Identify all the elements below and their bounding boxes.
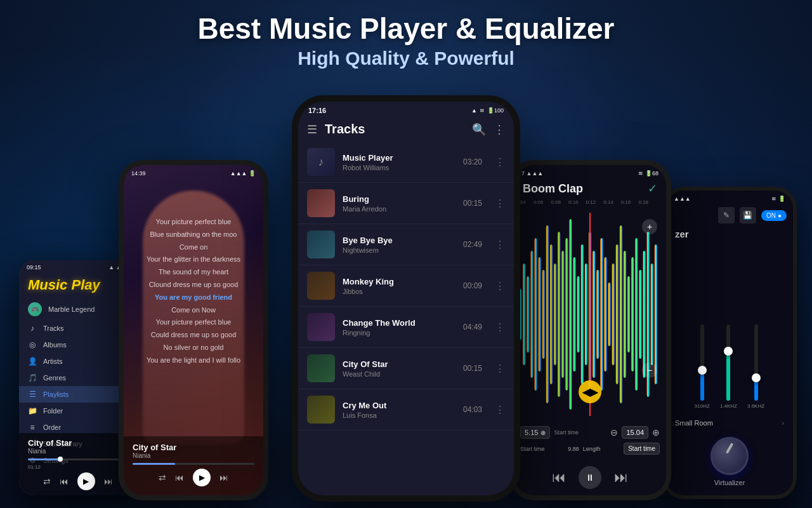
track-more-2[interactable]: ⋮ xyxy=(495,197,505,210)
sidebar-item-marble[interactable]: 🎮 Marble Legend xyxy=(19,298,136,320)
waveform-pause[interactable]: ⏸ xyxy=(579,466,601,489)
lyrics-progress-fill xyxy=(133,463,175,465)
track-info-3: Bye Bye Bye Nightwisem xyxy=(343,236,455,254)
sidebar-genres-label: Genres xyxy=(43,374,66,382)
play-button[interactable]: ▶ xyxy=(77,472,95,490)
track-item-5[interactable]: Change The World Ringning 04:49 ⋮ xyxy=(298,307,514,348)
tracks-status-bar: 17:16 ▲ ≋ 🔋100 xyxy=(298,102,514,117)
eq-virtualizer-label: Virtualizer xyxy=(714,479,745,486)
sidebar-item-artists[interactable]: 👤 Artists xyxy=(19,353,136,370)
tl-2: 0:08 xyxy=(551,199,561,205)
track-item-3[interactable]: Bye Bye Bye Nightwisem 02:49 ⋮ xyxy=(298,224,514,265)
minus-icon[interactable]: ⊖ xyxy=(610,427,618,438)
svg-rect-6 xyxy=(542,270,545,359)
track-more-7[interactable]: ⋮ xyxy=(495,404,505,416)
track-item-1[interactable]: ♪ Music Player Robot Williams 03:20 ⋮ xyxy=(298,142,514,183)
hamburger-icon[interactable]: ☰ xyxy=(307,123,317,137)
sidebar-item-playlists[interactable]: ☰ Playlists xyxy=(19,386,136,403)
lyrics-shuffle[interactable]: ⇄ xyxy=(159,472,166,483)
track-more-3[interactable]: ⋮ xyxy=(495,239,505,251)
track-item-6[interactable]: City Of Star Weast Child 00:15 ⋮ xyxy=(298,348,514,389)
track-thumb-7 xyxy=(307,396,335,424)
tl-3: 0:10 xyxy=(568,199,579,205)
sidebar-item-tracks[interactable]: ♪ Tracks xyxy=(19,320,136,337)
track-more-6[interactable]: ⋮ xyxy=(495,363,505,375)
search-icon[interactable]: 🔍 xyxy=(472,123,486,137)
phone-tracks-screen: 17:16 ▲ ≋ 🔋100 ☰ Tracks 🔍 ⋮ ♪ Music Play… xyxy=(298,102,514,495)
svg-rect-21 xyxy=(600,238,603,391)
waveform-area[interactable]: + − ◀▶ xyxy=(514,206,666,422)
plus-icon-2[interactable]: ⊕ xyxy=(652,427,660,438)
eq-handle-3[interactable] xyxy=(752,373,761,382)
track-item-7[interactable]: Cry Me Out Luis Fonsa 04:03 ⋮ xyxy=(298,389,514,431)
track-thumb-2 xyxy=(307,189,335,217)
now-playing-artist: Niania xyxy=(28,448,128,455)
waveform-cursor[interactable]: ◀▶ xyxy=(579,380,601,403)
progress-bar[interactable] xyxy=(28,458,128,460)
track-thumb-3 xyxy=(307,231,335,258)
svg-rect-1 xyxy=(523,264,525,365)
boom-clap-header: Boom Clap ✓ xyxy=(514,179,666,198)
eq-hz-1: 910HZ xyxy=(695,403,710,409)
track-thumb-6 xyxy=(307,354,335,382)
next-button[interactable]: ⏭ xyxy=(104,476,113,486)
progress-thumb[interactable] xyxy=(58,457,63,462)
svg-rect-14 xyxy=(573,257,576,371)
waveform-status: 7 ▲▲▲ ≋ 🔋68 xyxy=(514,165,666,179)
sidebar-item-folder[interactable]: 📁 Folder xyxy=(19,403,136,419)
waveform-timeline: 04 0:06 0:08 0:10 0:12 0:14 0:16 0:18 xyxy=(514,198,666,206)
header: Best Music Player & Equalizer High Quali… xyxy=(0,13,812,69)
lyrics-progress[interactable] xyxy=(133,463,254,465)
lyrics-next[interactable]: ⏭ xyxy=(219,472,228,483)
lyrics-song-artist: Niania xyxy=(133,452,254,459)
track-more-1[interactable]: ⋮ xyxy=(495,156,505,168)
track-artist-4: Jibbos xyxy=(343,288,455,295)
waveform-prev[interactable]: ⏮ xyxy=(552,469,566,486)
track-more-4[interactable]: ⋮ xyxy=(495,280,505,292)
sidebar-item-genres[interactable]: 🎵 Genres xyxy=(19,370,136,386)
eq-slider-2: 1.4KHZ xyxy=(720,324,737,409)
eq-edit-button[interactable]: ✎ xyxy=(718,207,735,224)
tracks-signal-icon: ▲ xyxy=(471,107,477,114)
eq-save-button[interactable]: 💾 xyxy=(740,207,756,224)
shuffle-button[interactable]: ⇄ xyxy=(43,476,51,486)
tl-4: 0:12 xyxy=(586,199,596,205)
zoom-out-button[interactable]: − xyxy=(642,363,657,378)
track-item-4[interactable]: Monkey King Jibbos 00:09 ⋮ xyxy=(298,265,514,307)
eq-room-preset[interactable]: Small Room › xyxy=(666,415,793,431)
sidebar-genres-icon: 🎵 xyxy=(28,373,37,382)
eq-track-3[interactable] xyxy=(754,324,758,401)
waveform-next[interactable]: ⏭ xyxy=(614,469,628,486)
start-time-btn[interactable]: Start time xyxy=(624,443,660,455)
eq-toggle[interactable]: ON ● xyxy=(761,210,787,221)
track-item-2[interactable]: Buring Maria Arredon 00:15 ⋮ xyxy=(298,183,514,224)
svg-rect-34 xyxy=(651,264,653,365)
prev-button[interactable]: ⏮ xyxy=(60,476,69,486)
track-info-7: Cry Me Out Luis Fonsa xyxy=(343,401,455,419)
header-title: Best Music Player & Equalizer xyxy=(0,13,812,45)
svg-rect-15 xyxy=(577,276,580,352)
eq-track-2[interactable] xyxy=(726,324,730,401)
sidebar-item-albums[interactable]: ◎ Albums xyxy=(19,337,136,353)
eq-fill-1 xyxy=(700,370,704,401)
lyrics-prev[interactable]: ⏮ xyxy=(175,472,184,483)
track-artist-7: Luis Fonsa xyxy=(343,411,455,419)
more-icon[interactable]: ⋮ xyxy=(494,123,505,137)
svg-rect-12 xyxy=(565,238,568,391)
player-time: 01:12 xyxy=(28,464,128,470)
sidebar-albums-icon: ◎ xyxy=(28,340,37,349)
lyrics-play[interactable]: ▶ xyxy=(193,469,211,486)
start-time-label-left: Start time xyxy=(554,429,579,436)
length-row: Start time 9.88 Length Start time xyxy=(520,443,660,455)
track-info-5: Change The World Ringning xyxy=(343,318,455,337)
eq-handle-1[interactable] xyxy=(698,366,707,375)
plus-icon-1[interactable]: ⊕ xyxy=(540,429,546,436)
eq-handle-2[interactable] xyxy=(724,347,733,356)
zoom-in-button[interactable]: + xyxy=(642,219,657,234)
eq-track-1[interactable] xyxy=(700,324,704,401)
phone-waveform-screen: 7 ▲▲▲ ≋ 🔋68 Boom Clap ✓ 04 0:06 0:08 0:1… xyxy=(514,165,666,495)
tracks-list: ♪ Music Player Robot Williams 03:20 ⋮ Bu… xyxy=(298,142,514,431)
boom-clap-check[interactable]: ✓ xyxy=(648,182,657,196)
eq-virtualizer-knob[interactable] xyxy=(710,437,749,475)
track-more-5[interactable]: ⋮ xyxy=(495,321,505,333)
